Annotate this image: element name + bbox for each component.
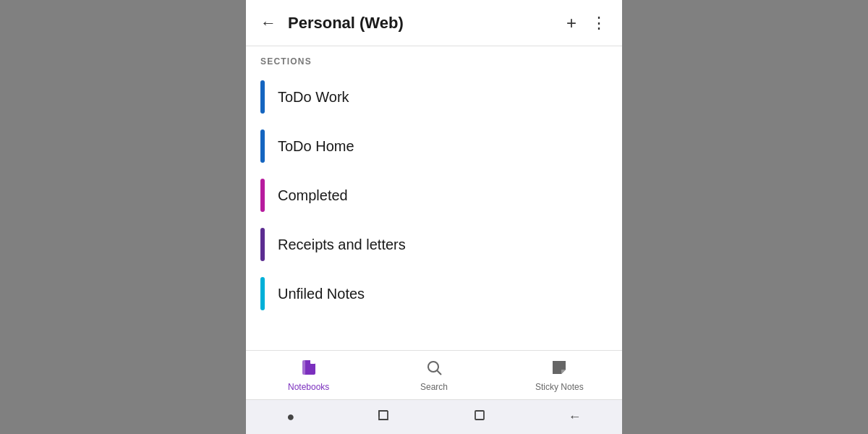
tab-search-label: Search: [420, 382, 448, 392]
section-item-label: Receipts and letters: [278, 237, 406, 253]
bottom-tab-bar: Notebooks Search Sticky Notes: [246, 350, 622, 399]
section-item-label: ToDo Work: [278, 89, 349, 106]
section-list: ToDo WorkToDo HomeCompletedReceipts and …: [246, 72, 622, 350]
android-back-button[interactable]: ←: [563, 404, 587, 430]
tab-search[interactable]: Search: [371, 351, 496, 399]
svg-rect-5: [475, 411, 484, 420]
section-color-indicator: [260, 277, 265, 310]
section-item-label: Unfiled Notes: [278, 286, 365, 302]
tab-sticky-notes-label: Sticky Notes: [535, 382, 584, 392]
section-item[interactable]: ToDo Home: [246, 122, 622, 171]
back-button[interactable]: ←: [258, 11, 279, 35]
header: ← Personal (Web) + ⋮: [246, 0, 622, 46]
android-overview-button[interactable]: [467, 402, 493, 432]
section-item[interactable]: Receipts and letters: [246, 220, 622, 269]
search-icon: [425, 359, 443, 379]
add-button[interactable]: +: [563, 10, 579, 36]
tab-sticky-notes[interactable]: Sticky Notes: [497, 351, 622, 399]
notebooks-icon: [300, 359, 318, 379]
section-color-indicator: [260, 179, 265, 212]
section-color-indicator: [260, 80, 265, 114]
sticky-notes-icon: [550, 359, 568, 379]
svg-rect-1: [302, 360, 305, 375]
android-recent-button[interactable]: [370, 402, 396, 432]
section-color-indicator: [260, 129, 265, 163]
tab-notebooks[interactable]: Notebooks: [246, 351, 371, 399]
section-item-label: ToDo Home: [278, 138, 354, 155]
section-item-label: Completed: [278, 187, 348, 204]
android-home-button[interactable]: ●: [281, 404, 300, 430]
phone-container: ← Personal (Web) + ⋮ SECTIONS ToDo WorkT…: [246, 0, 622, 434]
svg-rect-2: [310, 359, 315, 364]
more-options-button[interactable]: ⋮: [588, 11, 610, 35]
section-item[interactable]: ToDo Work: [246, 72, 622, 122]
svg-line-4: [437, 370, 441, 375]
sections-label: SECTIONS: [246, 46, 622, 72]
page-title: Personal (Web): [288, 14, 563, 33]
tab-notebooks-label: Notebooks: [288, 382, 329, 392]
section-item[interactable]: Unfiled Notes: [246, 269, 622, 318]
android-nav-bar: ● ←: [246, 399, 622, 434]
svg-point-3: [428, 362, 438, 372]
section-color-indicator: [260, 228, 265, 261]
section-item[interactable]: Completed: [246, 171, 622, 220]
